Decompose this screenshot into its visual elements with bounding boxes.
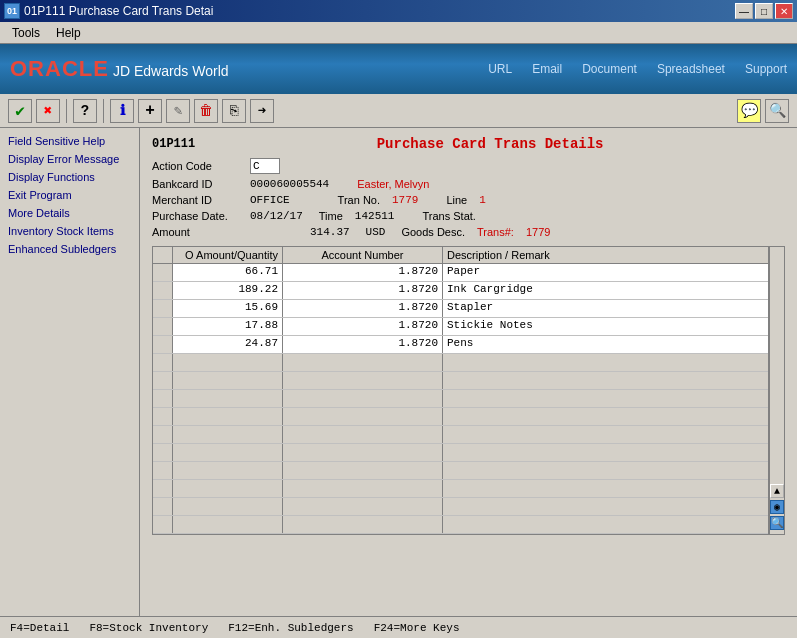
form-area: 01P111 Purchase Card Trans Details Actio…	[140, 128, 797, 616]
maximize-button[interactable]: □	[755, 3, 773, 19]
cell-amount-0[interactable]: 66.71	[173, 264, 283, 281]
sidebar-item-field-help[interactable]: Field Sensitive Help	[0, 132, 139, 150]
cell-account-9	[283, 426, 443, 443]
cell-desc-11	[443, 462, 768, 479]
cell-checkbox-11	[153, 462, 173, 479]
nav-url[interactable]: URL	[488, 62, 512, 76]
sidebar: Field Sensitive Help Display Error Messa…	[0, 128, 140, 616]
forward-icon[interactable]: ➜	[250, 99, 274, 123]
table-row[interactable]	[153, 372, 768, 390]
cell-amount-14	[173, 516, 283, 533]
delete-icon[interactable]: 🗑	[194, 99, 218, 123]
table-row[interactable]: 189.22 1.8720 Ink Cargridge	[153, 282, 768, 300]
add-icon[interactable]: +	[138, 99, 162, 123]
cell-amount-13	[173, 498, 283, 515]
tools-menu[interactable]: Tools	[4, 24, 48, 42]
cell-desc-1[interactable]: Ink Cargridge	[443, 282, 768, 299]
table-row[interactable]	[153, 408, 768, 426]
cell-amount-1[interactable]: 189.22	[173, 282, 283, 299]
sidebar-item-exit[interactable]: Exit Program	[0, 186, 139, 204]
action-code-input[interactable]	[250, 158, 280, 174]
cell-amount-10	[173, 444, 283, 461]
cell-account-4[interactable]: 1.8720	[283, 336, 443, 353]
help-menu[interactable]: Help	[48, 24, 89, 42]
cell-amount-4[interactable]: 24.87	[173, 336, 283, 353]
table-row[interactable]	[153, 354, 768, 372]
cell-amount-5	[173, 354, 283, 371]
cell-desc-3[interactable]: Stickie Notes	[443, 318, 768, 335]
cell-desc-0[interactable]: Paper	[443, 264, 768, 281]
form-id: 01P111	[152, 137, 195, 151]
table-row[interactable]: 66.71 1.8720 Paper	[153, 264, 768, 282]
bankcard-label: Bankcard ID	[152, 178, 242, 190]
copy-icon[interactable]: ⎘	[222, 99, 246, 123]
edit-icon[interactable]: ✎	[166, 99, 190, 123]
cell-account-3[interactable]: 1.8720	[283, 318, 443, 335]
table-rows: 66.71 1.8720 Paper 189.22 1.8720 Ink Car…	[153, 264, 768, 534]
table-row[interactable]	[153, 480, 768, 498]
cell-account-2[interactable]: 1.8720	[283, 300, 443, 317]
statusbar-f4: F4=Detail	[10, 622, 69, 634]
table-header: O Amount/Quantity Account Number Descrip…	[153, 247, 768, 264]
bankcard-name: Easter, Melvyn	[357, 178, 429, 190]
table-container: O Amount/Quantity Account Number Descrip…	[152, 246, 785, 535]
cell-desc-2[interactable]: Stapler	[443, 300, 768, 317]
scroll-up-button[interactable]: ▲	[770, 484, 784, 498]
cell-checkbox-3[interactable]	[153, 318, 173, 335]
table-row[interactable]	[153, 516, 768, 534]
merchant-value: OFFICE	[250, 194, 290, 206]
cell-account-1[interactable]: 1.8720	[283, 282, 443, 299]
line-value: 1	[479, 194, 486, 206]
cell-desc-4[interactable]: Pens	[443, 336, 768, 353]
purchase-date-value: 08/12/17	[250, 210, 303, 222]
bankcard-row: Bankcard ID 000060005544 Easter, Melvyn	[152, 178, 785, 190]
app-icon: 01	[4, 3, 20, 19]
sidebar-item-subledgers[interactable]: Enhanced Subledgers	[0, 240, 139, 258]
nav-document[interactable]: Document	[582, 62, 637, 76]
sidebar-item-display-functions[interactable]: Display Functions	[0, 168, 139, 186]
cell-checkbox-7	[153, 390, 173, 407]
cancel-icon[interactable]: ✖	[36, 99, 60, 123]
cell-amount-2[interactable]: 15.69	[173, 300, 283, 317]
close-button[interactable]: ✕	[775, 3, 793, 19]
table-row[interactable]	[153, 426, 768, 444]
header-nav: URL Email Document Spreadsheet Support	[488, 62, 787, 76]
nav-email[interactable]: Email	[532, 62, 562, 76]
table-row[interactable]	[153, 444, 768, 462]
col-desc-header: Description / Remark	[443, 247, 768, 263]
sidebar-item-display-error[interactable]: Display Error Message	[0, 150, 139, 168]
nav-support[interactable]: Support	[745, 62, 787, 76]
table-row[interactable]: 17.88 1.8720 Stickie Notes	[153, 318, 768, 336]
nav-spreadsheet[interactable]: Spreadsheet	[657, 62, 725, 76]
oracle-header: ORACLE JD Edwards World URL Email Docume…	[0, 44, 797, 94]
table-row[interactable]: 15.69 1.8720 Stapler	[153, 300, 768, 318]
scroll-down-button[interactable]: 🔍	[770, 516, 784, 530]
check-icon[interactable]: ✔	[8, 99, 32, 123]
table-row[interactable]	[153, 390, 768, 408]
cell-checkbox-2[interactable]	[153, 300, 173, 317]
cell-checkbox-13	[153, 498, 173, 515]
info-icon[interactable]: ℹ	[110, 99, 134, 123]
cell-account-11	[283, 462, 443, 479]
cell-checkbox-1[interactable]	[153, 282, 173, 299]
scroll-mid-button[interactable]: ◉	[770, 500, 784, 514]
cell-account-0[interactable]: 1.8720	[283, 264, 443, 281]
cell-checkbox-14	[153, 516, 173, 533]
sidebar-item-more-details[interactable]: More Details	[0, 204, 139, 222]
search-icon[interactable]: 🔍	[765, 99, 789, 123]
amount-label: Amount	[152, 226, 242, 238]
minimize-button[interactable]: —	[735, 3, 753, 19]
cell-amount-11	[173, 462, 283, 479]
table-row[interactable]	[153, 498, 768, 516]
cell-checkbox-4[interactable]	[153, 336, 173, 353]
table-row[interactable]	[153, 462, 768, 480]
sidebar-item-inventory[interactable]: Inventory Stock Items	[0, 222, 139, 240]
cell-checkbox-0[interactable]	[153, 264, 173, 281]
cell-amount-3[interactable]: 17.88	[173, 318, 283, 335]
table-row[interactable]: 24.87 1.8720 Pens	[153, 336, 768, 354]
form-title: Purchase Card Trans Details	[195, 136, 785, 152]
help-icon[interactable]: ?	[73, 99, 97, 123]
chat-icon[interactable]: 💬	[737, 99, 761, 123]
cell-desc-10	[443, 444, 768, 461]
goods-desc-label: Goods Desc.	[401, 226, 465, 238]
